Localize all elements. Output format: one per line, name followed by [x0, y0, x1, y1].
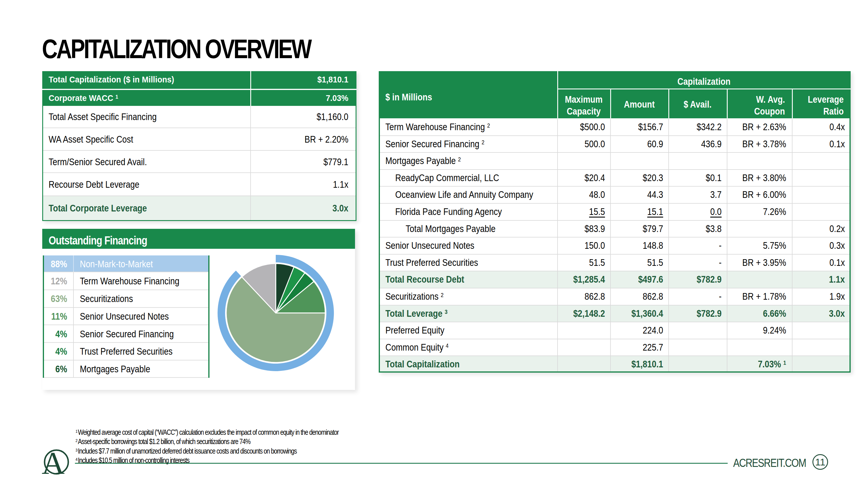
- svg-text:A: A: [42, 447, 64, 481]
